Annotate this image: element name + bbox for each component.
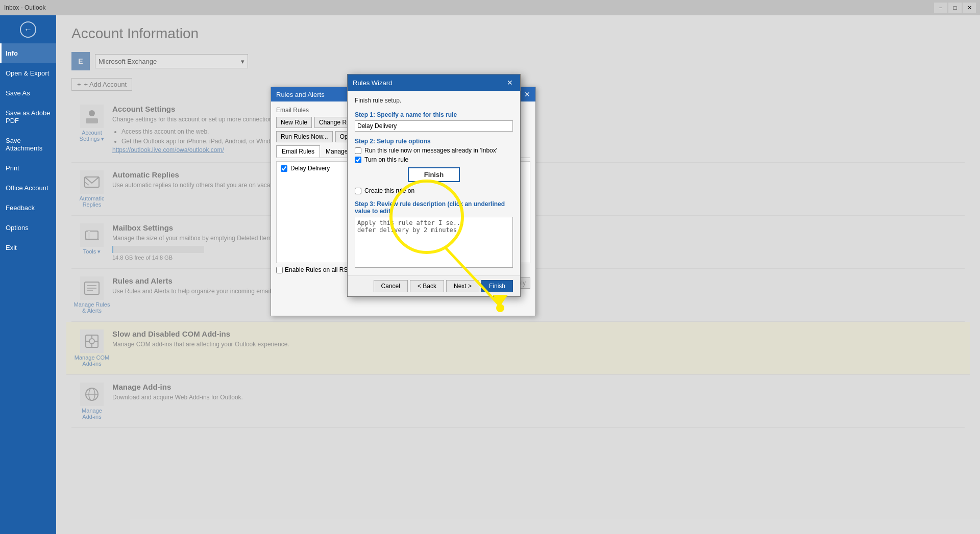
wizard-checkbox3-row: Create this rule on	[355, 187, 513, 194]
create-rule-on-label: Create this rule on	[364, 187, 414, 194]
wizard-cancel-button[interactable]: Cancel	[374, 280, 408, 292]
wizard-step2: Step 2: Setup rule options Run this rule…	[355, 138, 513, 194]
wizard-close-button[interactable]: ✕	[505, 78, 515, 88]
run-rules-button[interactable]: Run Rules Now...	[276, 131, 333, 142]
tab-email-rules[interactable]: Email Rules	[276, 145, 320, 158]
wizard-footer: Cancel < Back Next > Finish	[348, 275, 520, 296]
main-content: Account Information E Microsoft Exchange…	[56, 15, 980, 534]
rules-dialog-title: Rules and Alerts	[276, 91, 325, 98]
app-layout: ← Info Open & Export Save As Save as Ado…	[0, 15, 980, 534]
wizard-body: Finish rule setup. Step 1: Specify a nam…	[348, 91, 520, 275]
delay-delivery-label: Delay Delivery	[290, 165, 330, 172]
turn-on-rule-label: Turn on this rule	[364, 156, 408, 163]
rules-dialog-close-button[interactable]: ✕	[524, 90, 530, 98]
sidebar: ← Info Open & Export Save As Save as Ado…	[0, 15, 56, 534]
sidebar-item-office-account[interactable]: Office Account	[0, 178, 56, 198]
window-controls: − □ ✕	[934, 3, 976, 13]
sidebar-item-print[interactable]: Print	[0, 158, 56, 178]
run-now-label: Run this rule now on messages already in…	[364, 147, 497, 154]
maximize-button[interactable]: □	[948, 3, 962, 13]
wizard-subtitle: Finish rule setup.	[355, 97, 513, 104]
delay-delivery-checkbox[interactable]	[281, 165, 287, 172]
wizard-checkbox2-row: Turn on this rule	[355, 156, 513, 163]
titlebar: Inbox - Outlook − □ ✕	[0, 0, 980, 15]
minimize-button[interactable]: −	[934, 3, 947, 13]
create-rule-on-checkbox[interactable]	[355, 188, 361, 194]
wizard-titlebar: Rules Wizard ✕	[348, 74, 520, 91]
wizard-title: Rules Wizard	[353, 79, 392, 87]
rule-name-input[interactable]	[355, 120, 513, 132]
close-button[interactable]: ✕	[963, 3, 976, 13]
sidebar-item-save-as[interactable]: Save As	[0, 83, 56, 103]
sidebar-item-save-attachments[interactable]: Save Attachments	[0, 131, 56, 158]
wizard-step1-label: Step 1: Specify a name for this rule	[355, 111, 513, 118]
wizard-step3-label: Step 3: Review rule description (click a…	[355, 200, 513, 215]
sidebar-item-options[interactable]: Options	[0, 218, 56, 238]
wizard-step2-label: Step 2: Setup rule options	[355, 138, 513, 145]
sidebar-item-open-export[interactable]: Open & Export	[0, 63, 56, 83]
titlebar-title: Inbox - Outlook	[4, 4, 45, 11]
finish-center-button[interactable]: Finish	[408, 167, 460, 182]
wizard-finish-button[interactable]: Finish	[481, 280, 513, 292]
sidebar-item-save-adobe[interactable]: Save as Adobe PDF	[0, 103, 56, 131]
wizard-step3: Step 3: Review rule description (click a…	[355, 200, 513, 269]
rule-desc-textarea[interactable]: Apply this rule after I se... defer deli…	[355, 217, 513, 268]
run-now-checkbox[interactable]	[355, 147, 361, 154]
rules-wizard-dialog: Rules Wizard ✕ Finish rule setup. Step 1…	[347, 74, 521, 297]
sidebar-item-exit[interactable]: Exit	[0, 238, 56, 258]
wizard-checkbox1-row: Run this rule now on messages already in…	[355, 147, 513, 154]
sidebar-item-feedback[interactable]: Feedback	[0, 198, 56, 218]
back-icon: ←	[20, 21, 36, 38]
back-button[interactable]: ←	[0, 15, 56, 43]
new-rule-button[interactable]: New Rule	[276, 117, 312, 128]
wizard-next-button[interactable]: Next >	[446, 280, 479, 292]
sidebar-item-info[interactable]: Info	[0, 43, 56, 63]
wizard-back-button[interactable]: < Back	[410, 280, 444, 292]
enable-rss-checkbox[interactable]	[276, 267, 283, 273]
turn-on-rule-checkbox[interactable]	[355, 157, 361, 163]
